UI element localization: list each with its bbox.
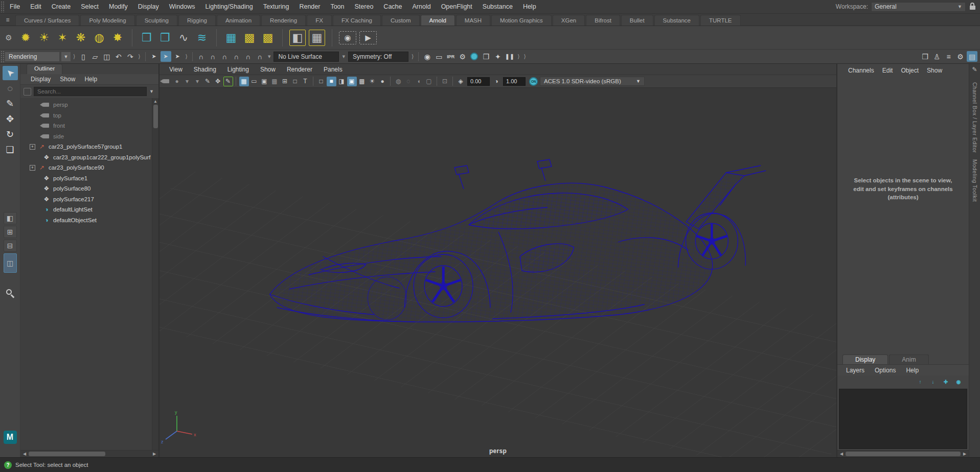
viewport-menu-show[interactable]: Show	[255, 66, 281, 73]
menu-object[interactable]: Object	[897, 67, 922, 74]
sequence-render-icon[interactable]: ◉	[339, 31, 356, 44]
scroll-thumb[interactable]	[846, 452, 961, 456]
outliner-search-input[interactable]	[34, 87, 147, 96]
viewport-canvas[interactable]: y x z persp	[159, 88, 836, 457]
drag-handle[interactable]	[1, 51, 4, 62]
channel-box-toggle-icon[interactable]: ▤	[967, 51, 977, 62]
layer-list[interactable]	[839, 389, 967, 449]
shelf-tab-custom[interactable]: Custom	[382, 15, 420, 26]
expand-icon[interactable]: +	[30, 144, 35, 150]
viewport-menu-panels[interactable]: Panels	[318, 66, 348, 73]
scroll-up-icon[interactable]: ▲	[153, 98, 157, 105]
bookmark-icon[interactable]: ▾	[193, 77, 202, 86]
menu-render[interactable]: Render	[294, 0, 325, 13]
outliner-item-group[interactable]: +↗car23_polySurface57group1	[20, 141, 152, 152]
scroll-thumb[interactable]	[29, 452, 105, 456]
snap-view-plane-icon[interactable]: ∩	[243, 51, 254, 62]
pause-viewport-icon[interactable]: ❚❚	[504, 51, 515, 62]
viewport-menu-lighting[interactable]: Lighting	[222, 66, 255, 73]
shelf-tab-arnold[interactable]: Arnold	[421, 15, 455, 26]
exposure-field[interactable]	[467, 77, 490, 86]
menu-modify[interactable]: Modify	[104, 0, 133, 13]
flush-tx-cache-icon[interactable]: ▩	[259, 29, 277, 47]
scroll-right-icon[interactable]: ▶	[962, 452, 968, 456]
menu-toon[interactable]: Toon	[325, 0, 349, 13]
outliner-item-front[interactable]: front	[20, 121, 152, 131]
layout-single-pane[interactable]: ◧	[4, 212, 17, 224]
menu-options[interactable]: Options	[870, 367, 900, 374]
scroll-left-icon[interactable]: ◀	[838, 452, 845, 456]
menu-file[interactable]: File	[5, 0, 25, 13]
tab-display-layers[interactable]: Display	[842, 355, 888, 364]
open-scene-icon[interactable]: ▱	[89, 51, 100, 62]
selection-sync-icon[interactable]	[24, 88, 31, 96]
mesh-light-icon[interactable]: ✶	[53, 29, 72, 47]
menu-edit-channels[interactable]: Edit	[879, 67, 897, 74]
drag-handle[interactable]	[1, 1, 4, 12]
curve-collector-icon[interactable]: ∿	[174, 29, 193, 47]
wireframe-on-shaded-icon[interactable]: ▣	[347, 77, 357, 86]
lock-camera-icon[interactable]: ●	[172, 77, 182, 86]
new-scene-icon[interactable]: ▯	[78, 51, 88, 62]
gamma-icon[interactable]: ◑	[492, 77, 502, 86]
menu-display[interactable]: Display	[133, 0, 164, 13]
outliner-item-top[interactable]: top	[20, 110, 152, 121]
shelf-tab-xgen[interactable]: XGen	[553, 15, 585, 26]
gamma-field[interactable]	[503, 77, 526, 86]
search-filter-caret-icon[interactable]: ▼	[149, 89, 155, 94]
layout-four-pane[interactable]: ⊞	[4, 226, 17, 238]
symmetry-field[interactable]: Symmetry: Off	[348, 52, 408, 62]
workspace-pencil-icon[interactable]: ✎	[972, 66, 977, 76]
volume-icon[interactable]: ≋	[193, 29, 211, 47]
select-camera-icon[interactable]	[162, 77, 172, 86]
ipr-render-icon[interactable]: IPR	[445, 51, 456, 62]
menu-show-channels[interactable]: Show	[923, 67, 946, 74]
shelf-tab-sculpting[interactable]: Sculpting	[136, 15, 177, 26]
smooth-shade-icon[interactable]: ■	[327, 77, 336, 86]
shelf-tab-bullet[interactable]: Bullet	[621, 15, 653, 26]
layout-outliner-persp[interactable]: ◫	[4, 253, 17, 273]
rotate-tool[interactable]: ↻	[3, 127, 18, 141]
select-object-mode-icon[interactable]: ➤	[161, 51, 171, 62]
shelf-tab-motion-graphics[interactable]: Motion Graphics	[491, 15, 552, 26]
menu-edit[interactable]: Edit	[25, 0, 47, 13]
shelf-tab-rigging[interactable]: Rigging	[178, 15, 216, 26]
undo-icon[interactable]: ↶	[113, 51, 124, 62]
photometric-light-icon[interactable]: ❋	[72, 29, 90, 47]
render-view-icon[interactable]: ◉	[422, 51, 432, 62]
view-transform-dropdown[interactable]: ACES 1.0 SDR-video (sRGB) ▼	[540, 77, 645, 86]
shelf-tab-fx[interactable]: FX	[307, 15, 332, 26]
screen-space-ao-icon[interactable]: ◍	[394, 77, 403, 86]
menu-help[interactable]: Help	[518, 0, 541, 13]
menu-set-dropdown[interactable]: Rendering	[5, 52, 60, 62]
outliner-item-group[interactable]: +↗car23_polySurface90	[20, 162, 152, 173]
outliner-item-set[interactable]: ◑defaultObjectSet	[20, 215, 152, 226]
section-arrow-icon[interactable]: ⟩	[412, 53, 414, 60]
new-layer-from-selected-icon[interactable]: ◉	[954, 377, 964, 386]
scroll-right-icon[interactable]: ▶	[151, 452, 157, 456]
snap-grid-icon[interactable]: ∩	[196, 51, 207, 62]
color-management-toggle[interactable]: ON	[529, 77, 538, 86]
live-surface-field[interactable]: No Live Surface	[274, 52, 339, 62]
menu-layers[interactable]: Layers	[841, 367, 869, 374]
render-setup-icon[interactable]: ❒	[481, 51, 491, 62]
viewport-menu-view[interactable]: View	[164, 66, 188, 73]
2d-pan-zoom-icon[interactable]: ✥	[213, 77, 223, 86]
menu-arnold[interactable]: Arnold	[407, 0, 436, 13]
lasso-tool[interactable]: ◌	[3, 81, 18, 96]
select-tool[interactable]: ➤	[3, 66, 18, 80]
save-scene-icon[interactable]: ◫	[101, 51, 112, 62]
shelf-gear-icon[interactable]: ⚙	[1, 33, 16, 42]
workspace-dropdown[interactable]: General ▼	[871, 2, 966, 12]
strip-label-modeling-toolkit[interactable]: Modeling Toolkit	[972, 159, 978, 202]
sequence-play-icon[interactable]: ▶	[359, 31, 377, 44]
safe-title-icon[interactable]: T	[301, 77, 310, 86]
outliner-item-persp[interactable]: persp	[20, 100, 152, 110]
outliner-item-mesh[interactable]: ❖polySurface1	[20, 173, 152, 184]
snap-curve-icon[interactable]: ∩	[208, 51, 218, 62]
gate-mask-icon[interactable]: ▩	[270, 77, 280, 86]
resolution-gate-icon[interactable]: ▣	[260, 77, 269, 86]
shelf-tab-fx-caching[interactable]: FX Caching	[333, 15, 381, 26]
shelf-tab-substance[interactable]: Substance	[654, 15, 699, 26]
section-arrow-icon[interactable]: ⟩	[517, 53, 519, 60]
